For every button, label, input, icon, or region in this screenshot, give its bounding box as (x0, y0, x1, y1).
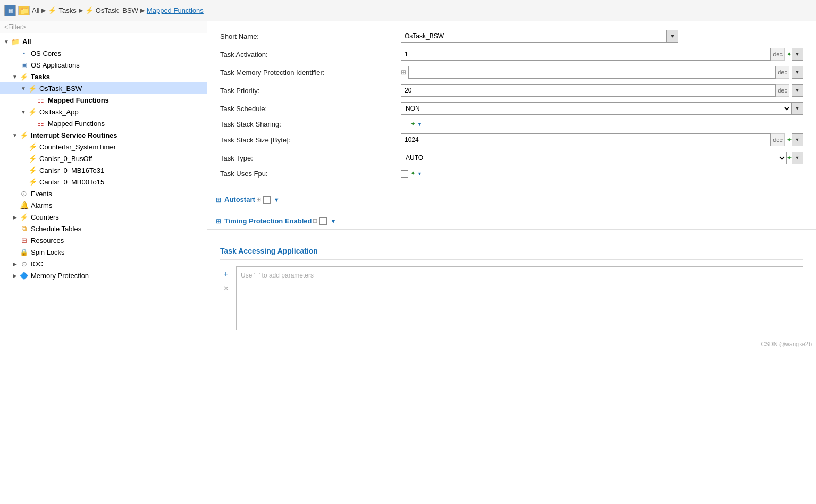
toggle-counters[interactable]: ▶ (11, 214, 19, 220)
sidebar-item-isr[interactable]: ▼ ⚡ Interrupt Service Routines (0, 129, 207, 141)
sidebar-item-ostask-app[interactable]: ▼ ⚡ OsTask_App (0, 106, 207, 117)
sidebar: <Filter> ▼ 📁 All ▪ OS Cores ▣ (0, 21, 207, 504)
breadcrumb-mapped[interactable]: Mapped Functions (147, 6, 204, 14)
timing-expand-icon[interactable]: ⊞ (216, 217, 221, 225)
toggle-memory[interactable]: ▶ (11, 273, 19, 279)
task-stack-sharing-label: Task Stack Sharing: (220, 120, 401, 128)
sidebar-item-mapped-functions-1[interactable]: ⚏ Mapped Functions (0, 94, 207, 106)
toggle-isr[interactable]: ▼ (11, 132, 19, 138)
task-priority-dropdown[interactable]: ▼ (792, 84, 803, 97)
counters-icon: ⚡ (19, 212, 29, 222)
short-name-input[interactable] (401, 30, 667, 43)
sidebar-item-mapped-functions-2[interactable]: ⚏ Mapped Functions (0, 117, 207, 129)
label-counters: Counters (31, 213, 59, 221)
sidebar-item-os-cores[interactable]: ▪ OS Cores (0, 47, 207, 59)
toggle-all[interactable]: ▼ (2, 39, 11, 45)
filter-input[interactable]: <Filter> (0, 21, 207, 33)
mapped-icon-1: ⚏ (36, 95, 46, 105)
short-name-label: Short Name: (220, 32, 401, 40)
task-type-row: Task Type: AUTO BASIC EXTENDED ✦ ▼ (220, 152, 803, 164)
task-stack-size-row: Task Stack Size [Byte]: dec ✦ ▼ (220, 133, 803, 146)
breadcrumb-arrow-3: ▶ (140, 7, 145, 14)
label-schedule-tables: Schedule Tables (31, 225, 81, 233)
sidebar-item-events[interactable]: ⊙ Events (0, 188, 207, 199)
toggle-tasks[interactable]: ▼ (11, 74, 19, 80)
memory-icon: 🔷 (19, 271, 29, 280)
sidebar-item-spin-locks[interactable]: 🔒 Spin Locks (0, 246, 207, 258)
task-stack-size-dropdown[interactable]: ▼ (792, 133, 803, 146)
add-parameter-button[interactable]: + (220, 268, 232, 280)
task-schedule-dropdown[interactable]: ▼ (792, 102, 803, 115)
sidebar-item-all[interactable]: ▼ 📁 All (0, 36, 207, 47)
task-activation-dec: dec (771, 48, 785, 61)
sidebar-item-alarms[interactable]: 🔔 Alarms (0, 199, 207, 211)
timing-dropdown-icon[interactable]: ▼ (330, 218, 336, 224)
sidebar-item-tasks[interactable]: ▼ ⚡ Tasks (0, 71, 207, 82)
task-stack-sharing-checkbox[interactable] (401, 121, 408, 128)
autostart-section[interactable]: ⊞ Autostart ⊞ ▼ (207, 191, 816, 208)
label-spin-locks: Spin Locks (31, 248, 65, 256)
timing-protection-section[interactable]: ⊞ Timing Protection Enabled ⊞ ▼ (207, 213, 816, 230)
task-uses-fpu-checkbox[interactable] (401, 170, 408, 178)
remove-icon: ✕ (223, 284, 229, 292)
label-isr-3: CanIsr_0_MB16To31 (39, 166, 104, 174)
isr-3-icon: ⚡ (28, 165, 37, 175)
fpu-dropdown-arrow[interactable]: ▼ (417, 171, 422, 177)
task-type-dropdown[interactable]: ▼ (792, 152, 803, 164)
autostart-dropdown-icon[interactable]: ▼ (274, 197, 280, 203)
remove-parameter-button[interactable]: ✕ (220, 282, 232, 294)
isr-4-icon: ⚡ (28, 177, 37, 187)
stack-sharing-star: ✦ (410, 121, 415, 128)
os-apps-icon: ▣ (19, 60, 29, 70)
sidebar-item-memory-protection[interactable]: ▶ 🔷 Memory Protection (0, 270, 207, 281)
toggle-ioc[interactable]: ▶ (11, 261, 19, 267)
autostart-checkbox[interactable] (263, 196, 271, 204)
short-name-dropdown[interactable]: ▼ (667, 30, 678, 43)
toggle-ostask-app[interactable]: ▼ (19, 109, 28, 115)
sidebar-item-os-applications[interactable]: ▣ OS Applications (0, 59, 207, 71)
task-memory-dropdown[interactable]: ▼ (792, 66, 803, 79)
task-type-select[interactable]: AUTO BASIC EXTENDED (401, 152, 787, 164)
breadcrumb-arrow-1: ▶ (41, 7, 46, 14)
chevron-down-icon-7: ▼ (795, 155, 800, 161)
label-all: All (22, 38, 31, 46)
toolbar: ▦ 📁 All ▶ ⚡ Tasks ▶ ⚡ OsTask_BSW ▶ Mappe… (0, 0, 816, 21)
events-icon: ⊙ (19, 189, 29, 198)
sidebar-item-schedule-tables[interactable]: ⧉ Schedule Tables (0, 223, 207, 234)
label-resources: Resources (31, 237, 64, 245)
mapped-icon-2: ⚏ (36, 119, 46, 128)
task-activation-input[interactable] (401, 48, 771, 61)
task-memory-input[interactable] (408, 66, 776, 79)
sidebar-item-ioc[interactable]: ▶ ⊙ IOC (0, 258, 207, 270)
ioc-icon: ⊙ (19, 259, 29, 268)
sidebar-item-isr-3[interactable]: ⚡ CanIsr_0_MB16To31 (0, 164, 207, 176)
sidebar-item-ostask-bsw[interactable]: ▼ ⚡ OsTask_BSW (0, 82, 207, 94)
timing-protection-title: Timing Protection Enabled (224, 217, 312, 225)
toolbar-folder-icon[interactable]: 📁 (18, 6, 30, 15)
task-activation-dropdown[interactable]: ▼ (792, 48, 803, 61)
task-priority-input[interactable] (401, 84, 776, 97)
spacer-1 (207, 208, 816, 213)
accessing-table: Use '+' to add parameters (236, 266, 803, 330)
task-memory-row: Task Memory Protection Identifier: ⊞ dec… (220, 66, 803, 79)
toolbar-grid-icon[interactable]: ▦ (4, 5, 16, 16)
autostart-expand-icon[interactable]: ⊞ (216, 196, 221, 204)
task-stack-size-input[interactable] (401, 133, 771, 146)
task-uses-fpu-label: Task Uses Fpu: (220, 170, 401, 178)
timing-checkbox[interactable] (319, 217, 327, 225)
sidebar-item-isr-4[interactable]: ⚡ CanIsr_0_MB00To15 (0, 176, 207, 188)
task-schedule-select[interactable]: NON FULL (401, 102, 792, 115)
watermark: CSDN @wangke2b (207, 339, 816, 349)
sidebar-item-isr-2[interactable]: ⚡ CanIsr_0_BusOff (0, 153, 207, 164)
toggle-ostask-bsw[interactable]: ▼ (19, 86, 28, 91)
sidebar-item-resources[interactable]: ⊞ Resources (0, 234, 207, 246)
label-alarms: Alarms (31, 201, 52, 209)
stack-sharing-dropdown-arrow[interactable]: ▼ (417, 122, 422, 127)
chevron-down-icon-5: ▼ (795, 106, 800, 111)
task-priority-dec: dec (776, 84, 789, 97)
sidebar-item-isr-1[interactable]: ⚡ CounterIsr_SystemTimer (0, 141, 207, 153)
label-mapped-functions-1: Mapped Functions (48, 96, 109, 104)
task-stack-size-dec: dec (771, 133, 785, 146)
sidebar-item-counters[interactable]: ▶ ⚡ Counters (0, 211, 207, 223)
autostart-title: Autostart (224, 196, 255, 204)
